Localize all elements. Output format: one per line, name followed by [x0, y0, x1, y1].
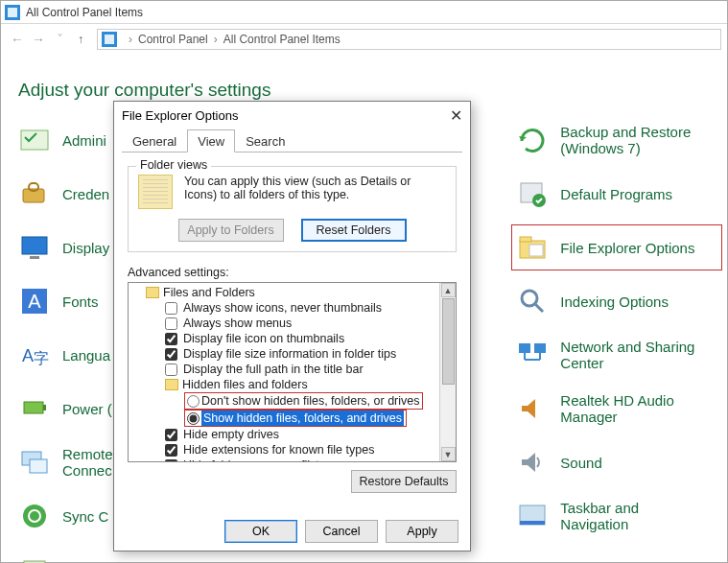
apply-to-folders-button[interactable]: Apply to Folders [178, 219, 284, 242]
page-title: Adjust your computer's settings [1, 55, 727, 101]
tree-item[interactable]: Always show menus [132, 316, 437, 331]
tree-radio-item[interactable]: Don't show hidden files, folders, or dri… [132, 392, 437, 410]
svg-rect-9 [24, 402, 43, 413]
svg-text:A: A [22, 346, 34, 365]
dialog-title: File Explorer Options [122, 108, 238, 123]
ok-button[interactable]: OK [224, 520, 297, 543]
item-remoteapp[interactable]: Remote Connec [18, 446, 113, 479]
folder-icon [165, 379, 178, 390]
svg-rect-19 [529, 245, 543, 256]
items-column-left: Admini Creden Display AFonts A字Langua Po… [18, 124, 113, 563]
item-fonts[interactable]: AFonts [18, 285, 113, 317]
scrollbar-thumb[interactable] [442, 298, 455, 385]
item-windows-defender[interactable]: Window [18, 553, 113, 563]
breadcrumb-current[interactable]: All Control Panel Items [223, 33, 341, 46]
breadcrumb-root[interactable]: Control Panel [138, 33, 208, 46]
checkbox[interactable] [165, 333, 177, 345]
tree-radio-item-selected[interactable]: Show hidden files, folders, and drives [132, 410, 437, 427]
scroll-down-icon[interactable]: ▼ [441, 447, 456, 461]
item-windows-to-go[interactable]: Windows To Go [516, 553, 710, 563]
item-administrative-tools[interactable]: Admini [18, 124, 113, 156]
address-bar[interactable]: › Control Panel › All Control Panel Item… [97, 29, 721, 50]
svg-rect-10 [43, 405, 46, 411]
tree-folder-hidden: Hidden files and folders [132, 377, 437, 392]
advanced-settings-label: Advanced settings: [128, 266, 457, 279]
svg-rect-18 [520, 237, 531, 242]
item-sync-center[interactable]: Sync C [18, 500, 113, 532]
folder-icon [146, 287, 159, 298]
item-sound[interactable]: Sound [516, 446, 710, 479]
checkbox[interactable] [165, 429, 177, 441]
svg-line-21 [535, 304, 543, 312]
item-file-explorer-options[interactable]: File Explorer Options [511, 224, 722, 270]
item-language[interactable]: A字Langua [18, 339, 113, 371]
folder-views-icon [138, 175, 173, 209]
restore-defaults-button[interactable]: Restore Defaults [351, 470, 457, 493]
folder-views-group: Folder views You can apply this view (su… [128, 166, 457, 252]
svg-point-20 [522, 291, 537, 306]
tree-item[interactable]: Display the full path in the title bar [132, 362, 437, 377]
svg-rect-4 [30, 256, 39, 259]
cancel-button[interactable]: Cancel [305, 520, 378, 543]
tree-item[interactable]: Display file icon on thumbnails [132, 331, 437, 346]
titlebar: All Control Panel Items [1, 1, 727, 24]
reset-folders-button[interactable]: Reset Folders [301, 219, 407, 242]
item-realtek-audio[interactable]: Realtek HD Audio Manager [516, 392, 710, 425]
chevron-right-icon: › [129, 33, 132, 46]
dialog-tabs: General View Search [122, 129, 462, 152]
svg-rect-22 [519, 343, 530, 353]
back-button[interactable]: ← [7, 32, 28, 47]
control-panel-icon [5, 5, 20, 20]
folder-views-label: Folder views [136, 158, 211, 172]
scroll-up-icon[interactable]: ▲ [441, 283, 456, 297]
item-taskbar-nav[interactable]: Taskbar and Navigation [516, 500, 710, 532]
svg-rect-3 [22, 237, 47, 254]
checkbox[interactable] [165, 444, 177, 457]
control-panel-window: All Control Panel Items ← → ˅ ↑ › Contro… [0, 0, 728, 563]
svg-rect-0 [21, 130, 48, 150]
item-credential-manager[interactable]: Creden [18, 177, 113, 210]
item-backup-restore[interactable]: Backup and Restore (Windows 7) [516, 124, 710, 156]
file-explorer-options-dialog: File Explorer Options ✕ General View Sea… [113, 101, 471, 551]
svg-rect-12 [30, 459, 47, 473]
navbar: ← → ˅ ↑ › Control Panel › All Control Pa… [1, 24, 727, 55]
svg-text:A: A [28, 291, 41, 312]
tree-item[interactable]: Always show icons, never thumbnails [132, 300, 437, 316]
item-network-sharing[interactable]: Network and Sharing Center [516, 339, 710, 371]
item-power-options[interactable]: Power ( [18, 392, 113, 425]
tree-item[interactable]: Hide empty drives [132, 427, 437, 442]
tree-item[interactable]: Hide extensions for known file types [132, 442, 437, 457]
chevron-right-icon: › [214, 33, 218, 46]
radio[interactable] [187, 395, 200, 408]
tab-view[interactable]: View [187, 129, 235, 152]
checkbox[interactable] [165, 317, 177, 330]
checkbox[interactable] [165, 459, 177, 462]
up-button[interactable]: ↑ [70, 33, 91, 46]
window-title: All Control Panel Items [26, 6, 143, 19]
folder-views-text: You can apply this view (such as Details… [184, 175, 446, 201]
item-default-programs[interactable]: Default Programs [516, 177, 710, 210]
recent-dropdown-icon[interactable]: ˅ [49, 32, 70, 47]
svg-rect-28 [520, 521, 545, 525]
forward-button[interactable]: → [28, 32, 49, 47]
radio[interactable] [187, 412, 200, 425]
svg-point-13 [23, 504, 46, 528]
item-indexing-options[interactable]: Indexing Options [516, 285, 710, 317]
svg-text:字: 字 [34, 350, 49, 366]
items-column-right: Backup and Restore (Windows 7) Default P… [516, 124, 710, 563]
close-icon[interactable]: ✕ [450, 106, 462, 125]
checkbox[interactable] [165, 364, 177, 376]
apply-button[interactable]: Apply [386, 520, 458, 543]
svg-rect-23 [534, 343, 546, 353]
tab-search[interactable]: Search [235, 129, 295, 152]
advanced-settings-tree: Files and Folders Always show icons, nev… [128, 282, 457, 462]
tree-root: Files and Folders [132, 285, 437, 300]
checkbox[interactable] [165, 348, 177, 361]
checkbox[interactable] [165, 302, 177, 315]
scrollbar[interactable]: ▲ ▼ [439, 283, 456, 461]
tab-general[interactable]: General [122, 129, 187, 152]
tree-item[interactable]: Display file size information in folder … [132, 346, 437, 362]
tree-item[interactable]: Hide folder merge conflicts [132, 457, 437, 461]
item-display[interactable]: Display [18, 231, 113, 264]
address-icon [102, 32, 117, 47]
